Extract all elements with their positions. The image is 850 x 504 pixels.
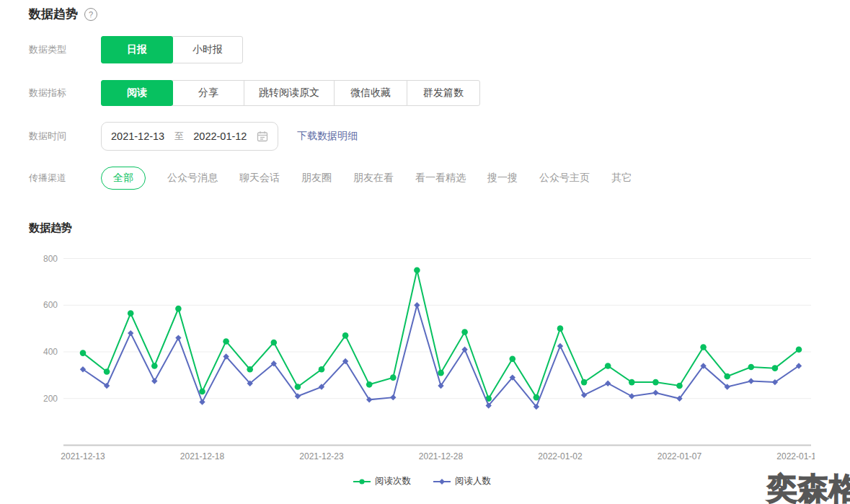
date-row: 数据时间 2021-12-13 至 2022-01-12 下载数据明细 <box>29 122 358 151</box>
series-1-point <box>581 392 587 398</box>
series-0-point <box>319 366 325 373</box>
help-icon[interactable]: ? <box>84 8 97 21</box>
x-tick-label: 2021-12-18 <box>180 451 225 461</box>
series-0-point <box>80 350 87 356</box>
series-0-point <box>724 373 730 380</box>
series-0-point <box>748 364 755 371</box>
y-tick-label: 800 <box>43 254 58 264</box>
data-type-row: 数据类型 日报小时报 <box>29 36 243 63</box>
metric-label: 数据指标 <box>29 87 101 100</box>
metric-row: 数据指标 阅读分享跳转阅读原文微信收藏群发篇数 <box>29 80 480 106</box>
legend-label: 阅读人数 <box>455 475 491 487</box>
y-tick-label: 200 <box>43 394 58 404</box>
data-type-tabs-option-1[interactable]: 小时报 <box>172 36 243 63</box>
channel-chips-option-5[interactable]: 看一看精选 <box>415 172 466 185</box>
series-0-point <box>223 338 229 345</box>
date-start-value: 2021-12-13 <box>111 131 164 142</box>
legend-marker-icon <box>433 477 451 486</box>
data-type-tabs: 日报小时报 <box>101 36 243 63</box>
data-type-label: 数据类型 <box>29 43 101 56</box>
series-0-point <box>676 383 683 389</box>
series-1-point <box>652 389 658 395</box>
series-1-point <box>605 381 611 386</box>
series-0-point <box>342 332 349 339</box>
trend-line-chart: 8006004002002021-12-132021-12-182021-12-… <box>29 249 815 465</box>
series-1-point <box>414 302 420 308</box>
x-tick-label: 2021-12-28 <box>419 451 464 461</box>
series-0-point <box>199 389 205 395</box>
date-end-value: 2022-01-12 <box>193 131 247 142</box>
channel-chips-option-0[interactable]: 全部 <box>101 167 146 190</box>
channel-chips-option-7[interactable]: 公众号主页 <box>539 172 590 185</box>
chart-legend: 阅读次数阅读人数 <box>29 475 815 487</box>
channel-chips-option-8[interactable]: 其它 <box>611 172 632 185</box>
data-type-tabs-option-0[interactable]: 日报 <box>101 36 173 63</box>
legend-item-0[interactable]: 阅读次数 <box>353 475 411 487</box>
date-range-picker[interactable]: 2021-12-13 至 2022-01-12 <box>101 122 278 151</box>
series-1-point <box>175 335 181 340</box>
calendar-icon <box>257 131 268 142</box>
series-0-point <box>772 365 779 371</box>
date-label: 数据时间 <box>29 130 101 143</box>
series-0-point <box>128 310 134 317</box>
series-0-point <box>557 325 564 332</box>
series-0-point <box>247 366 253 373</box>
channel-chips-option-6[interactable]: 搜一搜 <box>487 172 518 185</box>
x-tick-label: 2021-12-13 <box>61 451 105 461</box>
channel-chips-option-3[interactable]: 朋友圈 <box>301 172 332 185</box>
metric-tabs-option-3[interactable]: 微信收藏 <box>334 80 407 106</box>
date-separator: 至 <box>174 130 184 143</box>
series-0-point <box>510 355 516 362</box>
series-0-point <box>796 346 802 353</box>
channel-chips-option-4[interactable]: 朋友在看 <box>353 172 394 185</box>
x-tick-label: 2021-12-23 <box>299 451 344 461</box>
channel-chips: 全部公众号消息聊天会话朋友圈朋友在看看一看精选搜一搜公众号主页其它 <box>101 167 632 190</box>
series-1-line <box>83 305 799 407</box>
x-tick-label: 2022-01-07 <box>658 451 702 461</box>
legend-label: 阅读次数 <box>375 475 411 487</box>
x-tick-label: 2022-01-02 <box>538 451 583 461</box>
series-0-point <box>295 384 301 390</box>
series-0-point <box>104 368 110 375</box>
series-0-point <box>629 379 635 386</box>
series-0-point <box>438 370 444 376</box>
series-0-point <box>605 363 611 369</box>
series-0-point <box>366 381 373 388</box>
series-1-point <box>390 394 396 400</box>
watermark: 奕森格 <box>767 474 850 504</box>
channel-label: 传播渠道 <box>29 172 101 185</box>
metric-tabs: 阅读分享跳转阅读原文微信收藏群发篇数 <box>101 80 480 106</box>
series-0-point <box>652 379 659 386</box>
metric-tabs-option-2[interactable]: 跳转阅读原文 <box>244 80 335 106</box>
legend-marker-icon <box>353 477 371 486</box>
page-title: 数据趋势 <box>29 6 78 22</box>
series-1-point <box>151 378 157 384</box>
series-0-point <box>151 363 158 369</box>
series-1-point <box>557 343 563 349</box>
series-1-point <box>128 330 133 336</box>
metric-tabs-option-4[interactable]: 群发篇数 <box>407 80 480 106</box>
x-tick-label: 2022-01-12 <box>776 451 815 461</box>
series-1-point <box>199 399 205 404</box>
y-tick-label: 400 <box>43 347 58 357</box>
series-0-point <box>175 306 182 312</box>
page-header: 数据趋势 ? <box>29 6 97 22</box>
chart-section-title: 数据趋势 <box>29 221 72 235</box>
series-1-point <box>748 378 754 384</box>
channel-chips-option-2[interactable]: 聊天会话 <box>239 172 280 185</box>
series-0-point <box>271 340 278 346</box>
legend-item-1[interactable]: 阅读人数 <box>433 475 491 487</box>
download-details-link[interactable]: 下载数据明细 <box>297 130 358 143</box>
y-tick-label: 600 <box>43 300 58 310</box>
channel-row: 传播渠道 全部公众号消息聊天会话朋友圈朋友在看看一看精选搜一搜公众号主页其它 <box>29 167 632 190</box>
series-0-line <box>83 270 799 399</box>
series-0-point <box>414 267 420 273</box>
series-0-point <box>390 374 397 381</box>
series-0-point <box>581 379 588 386</box>
series-0-point <box>700 344 707 350</box>
metric-tabs-option-0[interactable]: 阅读 <box>101 80 173 106</box>
channel-chips-option-1[interactable]: 公众号消息 <box>167 172 218 185</box>
metric-tabs-option-1[interactable]: 分享 <box>172 80 244 106</box>
series-0-point <box>461 329 468 335</box>
